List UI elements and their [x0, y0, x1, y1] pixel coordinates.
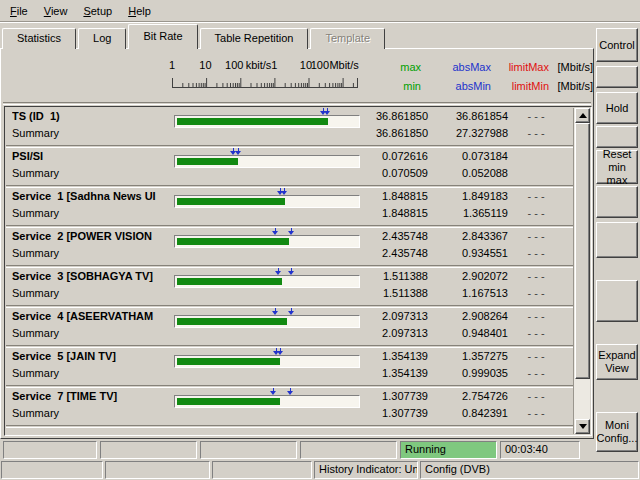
scale-tick-label: 100 — [311, 59, 329, 71]
bitrate-row[interactable]: Service 4 [ASEERVATHAM Summary 2.097313 … — [6, 308, 575, 345]
abs-max-marker-icon — [288, 228, 295, 235]
softkey-moni-config[interactable]: Moni Config... — [596, 412, 638, 452]
row-subtitle: Summary — [12, 327, 59, 339]
softkey-control[interactable]: Control — [596, 28, 638, 62]
bitrate-bar-fill — [177, 278, 282, 285]
scroll-down-button[interactable] — [575, 419, 590, 434]
bitrate-rows: TS (ID 1) Summary 36.861850 36.861854 - … — [6, 108, 575, 434]
absmin-value: 1.365119 — [430, 207, 508, 219]
row-title: TS (ID 1) — [12, 110, 172, 122]
limitmin-value: - - - — [510, 207, 562, 219]
softkey-blank[interactable] — [596, 222, 638, 258]
limitmin-value: - - - — [510, 287, 562, 299]
bitrate-row[interactable]: Service 5 [JAIN TV] Summary 1.354139 1.3… — [6, 348, 575, 385]
run-state-indicator: Running — [400, 441, 497, 459]
bitrate-bar-fill — [177, 198, 285, 205]
bitrate-bar-track — [174, 355, 360, 368]
max-value: 1.848815 — [334, 190, 428, 202]
softkey-hold[interactable]: Hold — [596, 92, 638, 124]
tab-bit-rate[interactable]: Bit Rate — [128, 24, 197, 49]
max-value: 2.435748 — [334, 230, 428, 242]
bitrate-row[interactable]: PSI/SI Summary 0.072616 0.073184 0.07050… — [6, 148, 575, 185]
max-value: 1.307739 — [334, 390, 428, 402]
max-value: 36.861850 — [334, 110, 428, 122]
softkey-reset-min-max[interactable]: Reset min max — [596, 150, 638, 184]
softkey-blank[interactable] — [596, 186, 638, 218]
column-header-unit-max: [Mbit/s] — [549, 61, 593, 73]
row-title: Service 3 [SOBHAGYA TV] — [12, 270, 172, 282]
row-subtitle: Summary — [12, 127, 59, 139]
scroll-up-button[interactable] — [575, 108, 590, 123]
bitrate-row[interactable]: TS (ID 1) Summary 36.861850 36.861854 - … — [6, 108, 575, 145]
abs-max-marker-icon — [235, 148, 242, 155]
row-subtitle: Summary — [12, 407, 59, 419]
tab-template: Template — [310, 28, 385, 49]
menu-file[interactable]: File — [7, 4, 31, 18]
absmin-value: 27.327988 — [430, 127, 508, 139]
scale-tick-label: kbit/s — [246, 59, 272, 71]
bitrate-bar-track — [174, 275, 360, 288]
max-value: 1.354139 — [334, 350, 428, 362]
scrollbar-thumb[interactable] — [575, 123, 590, 379]
bitrate-row[interactable]: Service 1 [Sadhna News UI Summary 1.8488… — [6, 188, 575, 225]
cell-blank-4 — [300, 441, 397, 459]
limitmax-value: - - - — [510, 390, 562, 402]
row-subtitle: Summary — [12, 287, 59, 299]
absmax-value: 0.073184 — [430, 150, 508, 162]
menu-help[interactable]: Help — [125, 4, 154, 18]
absmin-value: 0.999035 — [430, 367, 508, 379]
row-separator — [6, 425, 575, 428]
abs-max-marker-icon — [288, 308, 295, 315]
cell-blank-3 — [200, 441, 297, 459]
softkey-blank[interactable] — [596, 66, 638, 88]
vertical-scrollbar[interactable] — [573, 108, 590, 434]
absmin-value: 0.842391 — [430, 407, 508, 419]
limitmin-value: - - - — [510, 407, 562, 419]
abs-max-marker-icon — [277, 348, 284, 355]
limitmax-value: - - - — [510, 310, 562, 322]
absmax-value: 2.908264 — [430, 310, 508, 322]
absmin-value: 0.052088 — [430, 167, 508, 179]
scale-tick-label: 1 — [271, 59, 277, 71]
limitmax-value: - - - — [510, 350, 562, 362]
softkey-blank[interactable] — [596, 126, 638, 148]
column-header-limitmin: limitMin — [499, 80, 549, 92]
max-value: 1.511388 — [334, 270, 428, 282]
bitrate-row[interactable]: Service 2 [POWER VISION Summary 2.435748… — [6, 228, 575, 265]
menu-setup[interactable]: Setup — [80, 4, 115, 18]
statusbar-blank-3 — [212, 461, 312, 479]
tab-statistics[interactable]: Statistics — [2, 28, 76, 49]
bitrate-row[interactable]: Service 3 [SOBHAGYA TV] Summary 1.511388… — [6, 268, 575, 305]
bitrate-row[interactable]: Service 7 [TIME TV] Summary 1.307739 2.7… — [6, 388, 575, 425]
abs-max-marker-icon — [287, 388, 294, 395]
bitrate-bar-fill — [177, 318, 287, 325]
config-indicator: Config (DVB) — [420, 461, 639, 479]
statusbar-blank-2 — [105, 461, 210, 479]
min-value: 1.307739 — [334, 407, 428, 419]
tab-table-repetition[interactable]: Table Repetition — [200, 28, 309, 49]
limitmax-value: - - - — [510, 110, 562, 122]
max-value: 2.097313 — [334, 310, 428, 322]
absmax-value: 36.861854 — [430, 110, 508, 122]
column-header-max: max — [379, 61, 421, 73]
bitrate-bar-fill — [177, 238, 289, 245]
absmax-value: 1.849183 — [430, 190, 508, 202]
limitmax-value: - - - — [510, 270, 562, 282]
abs-min-marker-icon — [275, 268, 282, 275]
scale-tick-label: Mbit/s — [329, 59, 358, 71]
min-value: 36.861850 — [334, 127, 428, 139]
row-subtitle: Summary — [12, 167, 59, 179]
min-value: 1.354139 — [334, 367, 428, 379]
tab-log[interactable]: Log — [78, 28, 126, 49]
bitrate-list: TS (ID 1) Summary 36.861850 36.861854 - … — [4, 106, 592, 436]
softkey-expand-view[interactable]: Expand View — [596, 344, 638, 380]
menu-view[interactable]: View — [41, 4, 71, 18]
limitmax-value: - - - — [510, 190, 562, 202]
row-subtitle: Summary — [12, 207, 59, 219]
abs-min-marker-icon — [270, 388, 277, 395]
scale-tick-label: 100 — [225, 59, 243, 71]
softkey-blank[interactable] — [596, 280, 638, 322]
absmax-value: 2.902072 — [430, 270, 508, 282]
bitrate-bar-fill — [177, 358, 280, 365]
bitrate-scale-labels: 110100kbit/s110100Mbit/s — [172, 59, 372, 72]
